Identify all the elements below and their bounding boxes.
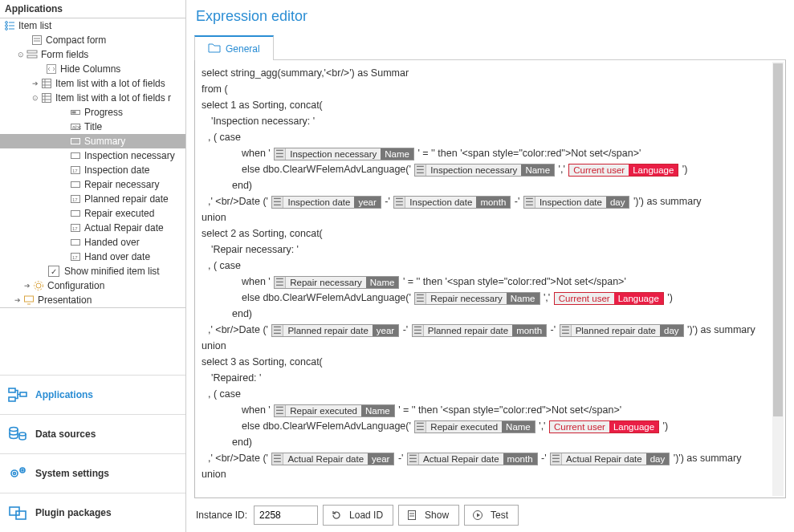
tree-field-summary[interactable]: Summary <box>0 134 185 148</box>
token-current-user-language[interactable]: Current userLanguage <box>554 292 664 305</box>
tree-hide-columns[interactable]: Hide Columns <box>0 62 185 76</box>
tree-field-title[interactable]: abc Title <box>0 120 185 134</box>
token-inspection-date-month[interactable]: ☰Inspection datemonth <box>393 196 511 209</box>
code-text: ')') as summary <box>687 324 755 335</box>
expand-icon[interactable]: ➔ <box>31 78 40 89</box>
collapse-icon[interactable]: ⊙ <box>31 92 40 104</box>
tree-field-inspection-date[interactable]: 17 Inspection date <box>0 163 185 177</box>
token-planned-date-month[interactable]: ☰Planned repair datemonth <box>412 324 547 337</box>
nav-data-sources[interactable]: Data sources <box>0 414 185 453</box>
token-repair-executed-name[interactable]: ☰Repair executedName <box>274 404 394 417</box>
token-repair-necessary-name[interactable]: ☰Repair necessaryName <box>274 276 399 289</box>
code-text: ')') as summary <box>674 453 742 464</box>
tree-label: Item list with a lot of fields <box>55 78 165 89</box>
svg-rect-43 <box>20 392 26 396</box>
svg-point-2 <box>6 28 8 30</box>
test-button[interactable]: Test <box>464 505 519 526</box>
tree-label: Show minified item list <box>64 266 160 277</box>
svg-rect-10 <box>27 55 37 58</box>
token-repair-necessary-name[interactable]: ☰Repair necessaryName <box>414 292 540 305</box>
nav-system-settings[interactable]: System settings <box>0 453 185 493</box>
form-icon <box>31 34 43 47</box>
token-planned-date-day[interactable]: ☰Planned repair dateday <box>560 324 684 337</box>
svg-rect-24 <box>71 139 80 144</box>
tree-field-planned-repair-date[interactable]: 17 Planned repair date <box>0 192 185 206</box>
tree-field-repair-executed[interactable]: Repair executed <box>0 206 185 221</box>
svg-point-45 <box>19 433 26 436</box>
show-button[interactable]: Show <box>398 505 459 526</box>
tabs: General <box>194 35 786 60</box>
token-current-user-language[interactable]: Current userLanguage <box>549 420 659 433</box>
code-text: ') <box>667 292 673 303</box>
tree-field-handed-over[interactable]: Handed over <box>0 235 185 250</box>
token-current-user-language[interactable]: Current userLanguage <box>568 164 678 177</box>
code-text: ',' <box>544 292 550 303</box>
tree-field-actual-repair-date[interactable]: 17 Actual Repair date <box>0 221 185 235</box>
tree-item-list-lot-1[interactable]: ➔ Item list with a lot of fields <box>0 76 185 91</box>
tree-field-repair-necessary[interactable]: Repair necessary <box>0 177 185 192</box>
editor-content[interactable]: select string_agg(summary,'<br/>') as Su… <box>197 62 771 496</box>
tree-form-fields[interactable]: ⊙ Form fields <box>0 47 185 62</box>
load-id-button[interactable]: Load ID <box>323 505 393 526</box>
field-icon <box>69 207 82 220</box>
tab-general[interactable]: General <box>194 35 274 60</box>
token-actual-date-month[interactable]: ☰Actual Repair datemonth <box>407 453 538 465</box>
tree-presentation[interactable]: ➔ Presentation <box>0 293 185 307</box>
code-text: select 1 as Sorting, concat( <box>202 99 323 111</box>
date-icon: 17 <box>69 250 82 263</box>
svg-point-46 <box>11 470 18 477</box>
code-text: end) <box>232 437 252 448</box>
token-planned-date-year[interactable]: ☰Planned repair dateyear <box>271 324 399 337</box>
tree-compact-form[interactable]: Compact form <box>0 33 185 47</box>
svg-point-1 <box>6 25 8 27</box>
token-repair-executed-name[interactable]: ☰Repair executedName <box>414 420 535 433</box>
scrollbar-vertical[interactable] <box>772 62 784 496</box>
svg-text:17: 17 <box>72 197 78 202</box>
tree-field-progress[interactable]: Progress <box>0 105 185 120</box>
tree-label: Item list with a lot of fields r <box>55 92 171 104</box>
field-icon <box>69 135 82 148</box>
checkbox-checked-icon[interactable]: ✓ <box>48 266 59 277</box>
svg-point-37 <box>36 283 41 288</box>
scrollbar-thumb[interactable] <box>773 63 783 416</box>
code-text: when ' <box>242 276 271 287</box>
expression-editor[interactable]: select string_agg(summary,'<br/>') as Su… <box>194 60 786 498</box>
list-icon <box>3 19 16 32</box>
token-actual-date-year[interactable]: ☰Actual Repair dateyear <box>271 453 394 465</box>
svg-point-47 <box>14 473 16 475</box>
code-text: ' = '' then '<span style="color:red">Not… <box>398 404 621 416</box>
field-icon: ☰ <box>413 325 424 336</box>
svg-rect-12 <box>43 79 51 88</box>
svg-text:17: 17 <box>72 255 78 260</box>
code-text: from ( <box>202 83 228 95</box>
tree-show-minified[interactable]: ✓ Show minified item list <box>0 264 185 278</box>
instance-id-input[interactable] <box>254 506 318 525</box>
tree-label: Handed over <box>84 237 140 248</box>
field-icon: ☰ <box>275 277 286 288</box>
expand-icon[interactable]: ➔ <box>22 280 32 291</box>
collapse-icon[interactable]: ⊙ <box>16 49 26 60</box>
token-inspection-necessary-name[interactable]: ☰Inspection necessaryName <box>414 164 555 177</box>
tree-field-hand-over-date[interactable]: 17 Hand over date <box>0 250 185 264</box>
code-text: else dbo.ClearWFelemAdvLanguage(' <box>242 292 411 303</box>
svg-rect-41 <box>9 388 15 392</box>
nav-plugin-packages[interactable]: Plugin packages <box>0 493 185 532</box>
token-actual-date-day[interactable]: ☰Actual Repair dateday <box>550 453 670 465</box>
svg-text:abc: abc <box>72 124 81 130</box>
expand-icon[interactable]: ➔ <box>13 294 22 306</box>
token-inspection-necessary-name[interactable]: ☰Inspection necessaryName <box>274 148 414 160</box>
tree-label: Actual Repair date <box>84 222 164 234</box>
tree-item-list-lot-2[interactable]: ⊙ Item list with a lot of fields r <box>0 91 185 105</box>
svg-point-44 <box>10 428 18 432</box>
nav-label: Plugin packages <box>35 507 112 518</box>
token-inspection-date-day[interactable]: ☰Inspection dateday <box>523 196 630 209</box>
nav-applications[interactable]: Applications <box>0 375 185 414</box>
tree-configuration[interactable]: ➔ Configuration <box>0 278 185 293</box>
gear-icon <box>32 279 45 292</box>
token-inspection-date-year[interactable]: ☰Inspection dateyear <box>271 196 381 209</box>
tree-label: Item list <box>18 20 51 31</box>
date-icon: 17 <box>69 221 82 234</box>
tree-field-inspection-necessary[interactable]: Inspection necessary <box>0 148 185 163</box>
tree-root-item-list[interactable]: Item list <box>0 18 185 33</box>
nav-label: Data sources <box>35 428 96 440</box>
